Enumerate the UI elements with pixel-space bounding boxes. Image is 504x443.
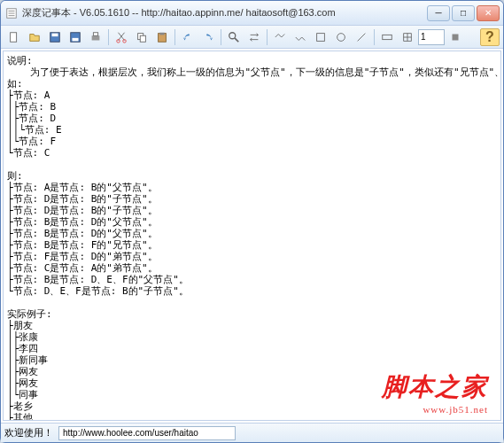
- new-button[interactable]: [4, 28, 24, 46]
- status-welcome: 欢迎使用！: [4, 426, 53, 439]
- svg-rect-14: [140, 35, 145, 42]
- svg-rect-19: [317, 33, 325, 41]
- svg-line-18: [235, 37, 238, 41]
- separator: [174, 29, 175, 45]
- tool3-button[interactable]: [311, 28, 330, 46]
- separator: [267, 29, 268, 45]
- print-button[interactable]: [86, 28, 105, 46]
- toolbar: ?: [1, 26, 503, 49]
- paste-button[interactable]: [152, 28, 172, 46]
- open-button[interactable]: [25, 28, 44, 46]
- undo-button[interactable]: [178, 28, 198, 46]
- replace-button[interactable]: [244, 28, 264, 46]
- tool1-button[interactable]: [270, 28, 290, 46]
- separator: [221, 29, 221, 45]
- saveas-button[interactable]: [66, 28, 85, 46]
- statusbar: 欢迎使用！: [1, 423, 503, 442]
- tool2-button[interactable]: [291, 28, 310, 46]
- app-icon: [4, 6, 19, 20]
- titlebar: 深度记事本 - V6.05.1610 -- http://haitao.appi…: [1, 1, 503, 26]
- find-button[interactable]: [224, 28, 244, 46]
- editor-content[interactable]: 说明: 为了便于表达，根据层次，我们称上一级的信息为"父节点"，下一级的信息是"…: [3, 51, 501, 421]
- save-button[interactable]: [45, 28, 65, 46]
- svg-rect-21: [383, 35, 392, 39]
- status-url-input[interactable]: [58, 426, 236, 440]
- redo-button[interactable]: [198, 28, 218, 46]
- maximize-button[interactable]: □: [452, 5, 475, 21]
- svg-rect-16: [159, 32, 164, 35]
- svg-point-20: [337, 33, 345, 41]
- window-buttons: ─ □ ✕: [427, 5, 500, 21]
- window-title: 深度记事本 - V6.05.1610 -- http://haitao.appi…: [22, 6, 427, 19]
- minimize-button[interactable]: ─: [427, 5, 450, 21]
- cut-button[interactable]: [112, 28, 131, 46]
- svg-rect-9: [92, 35, 100, 40]
- svg-rect-8: [73, 37, 79, 41]
- tool5-button[interactable]: [352, 28, 371, 46]
- page-input[interactable]: [418, 29, 445, 45]
- svg-rect-10: [93, 32, 97, 35]
- separator: [374, 29, 375, 45]
- svg-rect-4: [11, 32, 17, 42]
- tool6-button[interactable]: [377, 28, 397, 46]
- tool4-button[interactable]: [331, 28, 351, 46]
- help-button[interactable]: ?: [480, 28, 500, 46]
- copy-button[interactable]: [132, 28, 151, 46]
- svg-rect-6: [52, 33, 58, 36]
- app-window: 深度记事本 - V6.05.1610 -- http://haitao.appi…: [0, 0, 504, 443]
- separator: [108, 29, 109, 45]
- tool7-button[interactable]: [398, 28, 417, 46]
- tool8-button[interactable]: [446, 28, 465, 46]
- svg-point-17: [229, 32, 236, 38]
- close-button[interactable]: ✕: [477, 5, 500, 21]
